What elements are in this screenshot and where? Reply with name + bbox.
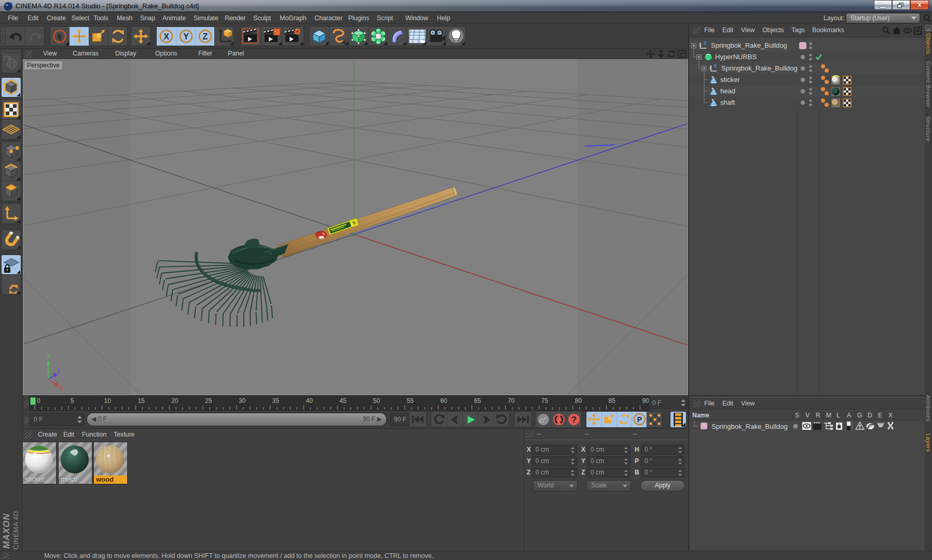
svg-text:45: 45 bbox=[339, 397, 347, 404]
svg-text:70: 70 bbox=[508, 397, 515, 404]
svg-text:40: 40 bbox=[306, 397, 313, 404]
svg-text:Z: Z bbox=[203, 32, 208, 41]
svg-text:85: 85 bbox=[609, 397, 616, 404]
svg-text:90: 90 bbox=[642, 397, 649, 404]
svg-text:1: 1 bbox=[698, 43, 701, 48]
svg-text:15: 15 bbox=[138, 397, 145, 404]
svg-text:30: 30 bbox=[239, 397, 246, 404]
svg-text:60: 60 bbox=[441, 397, 448, 404]
svg-text:0: 0 bbox=[704, 40, 706, 46]
svg-text:MAXON: MAXON bbox=[2, 513, 11, 549]
svg-text:5: 5 bbox=[71, 397, 74, 404]
svg-text:20: 20 bbox=[171, 397, 179, 404]
svg-text:X: X bbox=[163, 32, 169, 41]
svg-text:0: 0 bbox=[37, 397, 40, 404]
svg-text:65: 65 bbox=[474, 397, 481, 404]
svg-text:?: ? bbox=[571, 415, 577, 425]
svg-text:25: 25 bbox=[205, 397, 212, 404]
svg-text:75: 75 bbox=[541, 397, 549, 404]
svg-text:50: 50 bbox=[373, 397, 380, 404]
svg-text:80: 80 bbox=[575, 397, 582, 404]
svg-text:P: P bbox=[637, 415, 642, 424]
svg-text:0: 0 bbox=[714, 63, 717, 68]
svg-text:35: 35 bbox=[272, 397, 280, 404]
svg-text:55: 55 bbox=[407, 397, 414, 404]
svg-text:CINEMA 4D: CINEMA 4D bbox=[12, 511, 20, 550]
svg-text:10: 10 bbox=[104, 397, 112, 404]
svg-text:Y: Y bbox=[183, 32, 189, 41]
svg-text:1: 1 bbox=[709, 65, 711, 71]
